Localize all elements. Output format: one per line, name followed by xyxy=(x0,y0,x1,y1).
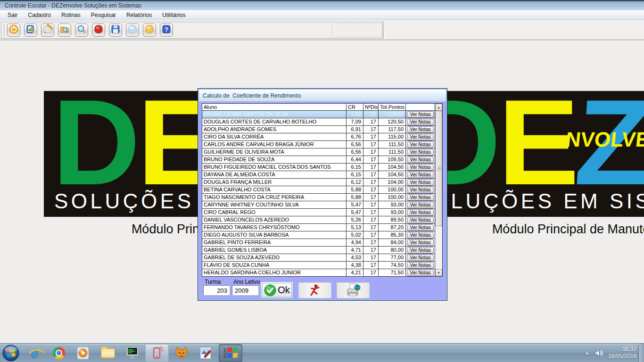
tasks-button[interactable] xyxy=(24,24,37,37)
ndisc-cell: 17 xyxy=(363,201,379,208)
ver-notas-button[interactable]: Ver Notas xyxy=(407,187,434,193)
table-row[interactable]: DAYANA DE ALMEIDA COSTA 6,15 17 104,50 V… xyxy=(202,171,435,179)
ver-notas-button[interactable]: Ver Notas xyxy=(407,119,434,125)
table-row[interactable]: BRUNO FIGUEIREDO MACIEL COSTA DOS SANTOS… xyxy=(202,164,435,171)
menu-rotinas[interactable]: Rotinas xyxy=(57,11,85,19)
ver-notas-button[interactable]: Ver Notas xyxy=(407,194,434,201)
menu-cadastro[interactable]: Cadastro xyxy=(23,11,56,19)
table-row[interactable]: DANIEL VASCONCELOS AZEREDO 5,26 17 89,50… xyxy=(202,216,435,224)
taskbar-legacy-windows-app[interactable] xyxy=(219,344,242,362)
record-icon xyxy=(93,24,104,36)
phone-app-icon xyxy=(150,346,164,360)
taskbar-phone-app[interactable] xyxy=(145,344,169,362)
table-row[interactable]: CIRO CABRAL REGO 5,47 17 93,00 Ver Notas xyxy=(202,209,435,216)
ver-notas-button[interactable]: Ver Notas xyxy=(407,232,434,239)
table-row[interactable]: ADOLPHO ANDRADE GOMES 6,91 17 117,50 Ver… xyxy=(202,126,435,133)
menu-sair[interactable]: Sair xyxy=(3,11,22,19)
table-row[interactable]: HERALDO SARDINHA COELHO JUNIOR 4,21 17 7… xyxy=(202,269,435,277)
ver-notas-button[interactable]: Ver Notas xyxy=(407,134,434,140)
ver-notas-button[interactable]: Ver Notas xyxy=(407,202,434,208)
column-header-ndisc[interactable]: NºDisc xyxy=(363,104,379,110)
ver-notas-button[interactable]: Ver Notas xyxy=(407,172,434,178)
show-desktop-button[interactable] xyxy=(639,344,644,362)
ver-notas-button[interactable]: Ver Notas xyxy=(407,270,434,276)
ver-notas-button[interactable]: Ver Notas xyxy=(407,126,434,133)
table-row[interactable]: DIEGO AUGUSTO SILVA BARBOSA 5,02 17 85,3… xyxy=(202,231,435,239)
volume-icon[interactable] xyxy=(594,349,603,357)
table-row[interactable]: BETINA CARVALHO COSTA 5,88 17 100,00 Ver… xyxy=(202,186,435,194)
column-header-cr[interactable]: CR xyxy=(347,104,363,110)
edit-button[interactable] xyxy=(41,24,54,37)
save-button[interactable] xyxy=(109,24,122,37)
table-row[interactable]: GABRIEL DE SOUZA AZEVEDO 4,53 17 77,00 V… xyxy=(202,254,435,262)
print-button[interactable] xyxy=(337,282,370,298)
ndisc-cell: 17 xyxy=(363,254,379,261)
ver-notas-button[interactable]: Ver Notas xyxy=(407,224,434,231)
column-header-aluno[interactable]: Aluno xyxy=(202,104,347,110)
help-button[interactable]: ? xyxy=(160,24,173,37)
record-button[interactable] xyxy=(92,24,105,37)
turma-input[interactable] xyxy=(203,285,230,296)
scroll-up-arrow[interactable]: ▲ xyxy=(435,104,442,111)
dialog-title: Calculo de Coeficiente de Rendimento xyxy=(203,92,301,99)
menu-relatorios[interactable]: Relatórios xyxy=(122,11,157,19)
blank-blue-button[interactable] xyxy=(126,24,139,37)
table-row[interactable]: GABRIEL GOMES LISBOA 4,71 17 80,00 Ver N… xyxy=(202,247,435,254)
totpontos-cell: 120,50 xyxy=(379,118,406,125)
table-row[interactable]: FERNANDO TAVARES CHRYSÓSTOMO 5,13 17 87,… xyxy=(202,224,435,231)
table-row[interactable]: DOUGLAS FRANÇA MILLER 6,12 17 104,00 Ver… xyxy=(202,179,435,186)
ok-button[interactable]: Ok xyxy=(260,281,293,299)
power-button[interactable] xyxy=(7,24,20,37)
menu-pesquisar[interactable]: Pesquisar xyxy=(86,11,121,19)
blank-yellow-button[interactable] xyxy=(143,24,156,37)
column-header-totpontos[interactable]: Tot.Pontos xyxy=(379,104,406,110)
tray-clock[interactable]: 16:37 18/05/2019 xyxy=(608,346,636,360)
ver-notas-button[interactable]: Ver Notas xyxy=(407,247,434,254)
tray-expand-arrow[interactable]: ▲ xyxy=(585,351,589,355)
ver-notas-button[interactable]: Ver Notas xyxy=(407,111,434,118)
ver-notas-button[interactable]: Ver Notas xyxy=(407,209,434,216)
scrollbar-thumb[interactable] xyxy=(435,111,442,226)
taskbar-chrome[interactable] xyxy=(47,344,71,362)
taskbar-internet-explorer[interactable]: e xyxy=(23,344,46,362)
table-row[interactable]: FLAVIO DE SOUZA CUNHA 4,38 17 74,50 Ver … xyxy=(202,262,435,269)
taskbar-media-player[interactable] xyxy=(72,344,95,362)
table-row[interactable]: DOUGLAS CORTES DE CARVALHO BOTELHO 7,09 … xyxy=(202,118,435,126)
cr-cell: 4,38 xyxy=(347,262,363,269)
ver-notas-button[interactable]: Ver Notas xyxy=(407,262,434,269)
table-row[interactable]: CARLOS ANDRÉ CARVALHO BRAGA JÚNIOR 6,56 … xyxy=(202,141,435,148)
ver-notas-button[interactable]: Ver Notas xyxy=(407,149,434,156)
menu-utilitarios[interactable]: Utilitários xyxy=(157,11,190,19)
table-row[interactable]: CARYNNE WHITNEY COUTINHO SILVA 5,47 17 9… xyxy=(202,201,435,209)
scroll-down-arrow[interactable]: ▼ xyxy=(435,269,442,276)
folder-search-button[interactable] xyxy=(58,24,71,37)
ano-letivo-input[interactable] xyxy=(232,285,259,296)
table-row[interactable]: GUILHERME DE OLIVEIRA MOTA 6,56 17 111,5… xyxy=(202,148,435,156)
table-row[interactable]: CIRO DA SILVA CORRÊA 6,76 17 115,00 Ver … xyxy=(202,133,435,141)
start-button[interactable] xyxy=(2,344,20,362)
ver-notas-button[interactable]: Ver Notas xyxy=(407,255,434,261)
taskbar-image-editor[interactable] xyxy=(194,344,218,362)
toolbar-grip[interactable] xyxy=(3,24,4,37)
ver-notas-button[interactable]: Ver Notas xyxy=(407,156,434,163)
cr-cell: 5,13 xyxy=(347,224,363,231)
cancel-button[interactable] xyxy=(298,282,331,298)
ver-notas-button[interactable]: Ver Notas xyxy=(407,239,434,246)
taskbar-system-monitor[interactable] xyxy=(121,344,144,362)
table-row[interactable]: TIAGO NASCIMENTO DA CRUZ PEREIRA 5,88 17… xyxy=(202,194,435,201)
table-row[interactable]: BRUNO PIEDADE DE SOUZA 6,44 17 109,50 Ve… xyxy=(202,156,435,164)
student-name-cell: CARLOS ANDRÉ CARVALHO BRAGA JÚNIOR xyxy=(202,141,347,148)
ver-notas-button[interactable]: Ver Notas xyxy=(407,217,434,223)
dialog-titlebar[interactable]: Calculo de Coeficiente de Rendimento xyxy=(199,90,446,101)
ver-notas-button[interactable]: Ver Notas xyxy=(407,179,434,186)
table-row[interactable]: BRUNO CESAR SANTOS DA SILVA 7,32 17 124,… xyxy=(202,111,435,118)
taskbar-foxpro[interactable] xyxy=(170,344,193,362)
taskbar-file-explorer[interactable] xyxy=(96,344,120,362)
ver-notas-button[interactable]: Ver Notas xyxy=(407,141,434,148)
search-button[interactable] xyxy=(75,24,88,37)
ver-notas-button[interactable]: Ver Notas xyxy=(407,164,434,171)
table-row[interactable]: GABRIEL PINTO FERREIRA 4,94 17 84,00 Ver… xyxy=(202,239,435,247)
grid-header: Aluno CR NºDisc Tot.Pontos xyxy=(202,104,435,111)
cr-cell: 6,44 xyxy=(347,156,363,163)
grid-scrollbar[interactable]: ▲ ▼ xyxy=(435,104,442,276)
